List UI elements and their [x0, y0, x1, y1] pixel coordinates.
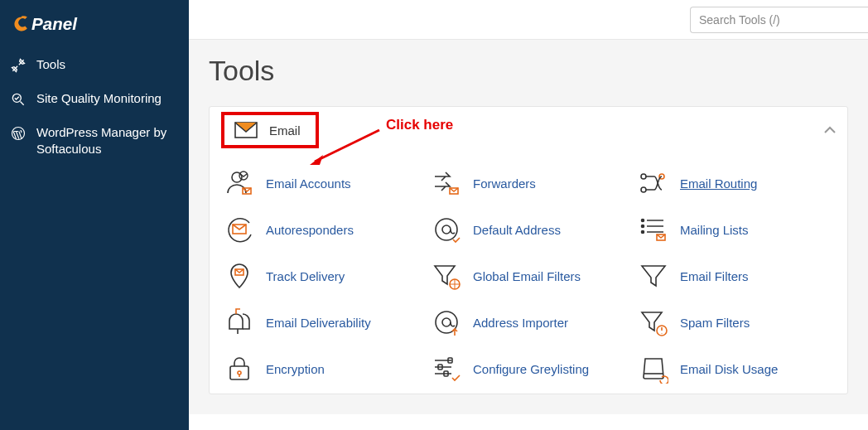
tool-label: Autoresponders [266, 223, 354, 237]
search-input[interactable] [690, 7, 868, 33]
envelope-icon [234, 122, 258, 138]
user-mail-icon [224, 168, 254, 198]
funnel-icon [639, 261, 668, 291]
svg-point-16 [642, 220, 644, 222]
sidebar-item-site-quality[interactable]: Site Quality Monitoring [0, 82, 189, 116]
at-import-icon [432, 307, 461, 337]
tool-email-filters[interactable]: Email Filters [639, 261, 846, 291]
tool-email-routing[interactable]: Email Routing [639, 168, 846, 198]
svg-line-4 [315, 130, 379, 162]
sidebar-item-wordpress[interactable]: WordPress Manager by Softaculous [0, 116, 189, 165]
svg-text:Panel: Panel [31, 14, 78, 33]
svg-point-23 [442, 318, 451, 326]
email-panel: Email Click here [209, 106, 848, 394]
page-title: Tools [209, 55, 848, 87]
mailbox-icon [224, 307, 254, 337]
tool-autoresponders[interactable]: Autoresponders [224, 215, 432, 244]
tool-label: Track Delivery [266, 269, 345, 283]
disk-usage-icon [639, 354, 668, 384]
pin-mail-icon [224, 261, 254, 291]
svg-rect-25 [230, 366, 248, 379]
annotation-click-here: Click here [386, 117, 453, 133]
tool-address-importer[interactable]: Address Importer [432, 307, 639, 337]
tool-label: Global Email Filters [473, 269, 581, 283]
svg-point-18 [642, 231, 644, 234]
tool-mailing-lists[interactable]: Mailing Lists [639, 215, 846, 244]
svg-point-14 [436, 219, 457, 240]
routing-icon [639, 168, 668, 198]
lock-icon [224, 354, 254, 384]
tool-label: Email Accounts [266, 176, 351, 191]
tool-label: Email Disk Usage [680, 362, 778, 376]
tool-spam-filters[interactable]: Spam Filters [639, 307, 846, 337]
tool-label: Spam Filters [680, 316, 750, 330]
sidebar-item-label: WordPress Manager by Softaculous [36, 124, 177, 157]
svg-point-15 [442, 225, 451, 234]
wordpress-icon [10, 125, 27, 142]
cpanel-logo-icon: Panel [12, 9, 111, 39]
tool-default-address[interactable]: Default Address [432, 215, 639, 244]
brand-logo[interactable]: Panel [0, 0, 189, 48]
svg-point-11 [641, 187, 646, 192]
tool-email-deliverability[interactable]: Email Deliverability [224, 307, 432, 337]
tool-email-disk-usage[interactable]: Email Disk Usage [639, 354, 846, 384]
tool-label: Email Deliverability [266, 316, 371, 330]
svg-point-17 [642, 225, 644, 228]
main-content: Tools Email [189, 0, 868, 430]
list-mail-icon [639, 215, 668, 244]
chevron-up-icon[interactable] [822, 123, 837, 138]
tool-label: Email Routing [680, 176, 757, 191]
svg-marker-5 [310, 155, 323, 165]
annotation-text: Click here [386, 117, 453, 133]
reply-mail-icon [224, 215, 254, 244]
sliders-check-icon [432, 354, 461, 384]
sidebar-item-label: Tools [36, 56, 177, 73]
search-wrap [690, 7, 868, 33]
tool-email-accounts[interactable]: Email Accounts [224, 168, 432, 198]
wrench-icon [10, 57, 27, 74]
funnel-warning-icon [639, 307, 668, 337]
sidebar-item-label: Site Quality Monitoring [36, 90, 177, 107]
tool-label: Encryption [266, 362, 325, 376]
tool-track-delivery[interactable]: Track Delivery [224, 261, 432, 291]
tool-configure-greylisting[interactable]: Configure Greylisting [432, 354, 639, 384]
sidebar-item-tools[interactable]: Tools [0, 48, 189, 82]
tool-encryption[interactable]: Encryption [224, 354, 432, 384]
magnifier-check-icon [10, 91, 27, 108]
tool-label: Mailing Lists [680, 223, 749, 237]
tool-label: Configure Greylisting [473, 362, 589, 376]
sidebar: Panel Tools Site Quality Monitorin [0, 0, 189, 430]
panel-title: Email [269, 123, 301, 138]
topbar [189, 0, 868, 40]
forward-arrows-icon [432, 168, 461, 198]
tool-global-email-filters[interactable]: Global Email Filters [432, 261, 639, 291]
svg-point-7 [239, 172, 248, 180]
tool-label: Address Importer [473, 316, 568, 330]
panel-header[interactable]: Email Click here [210, 107, 847, 153]
svg-point-10 [641, 174, 646, 179]
tool-label: Default Address [473, 223, 561, 237]
tool-grid: Email Accounts Forwarders [210, 153, 847, 384]
tool-label: Email Filters [680, 269, 749, 283]
arrow-icon [308, 127, 383, 167]
page-header: Tools [189, 40, 868, 106]
tool-forwarders[interactable]: Forwarders [432, 168, 639, 198]
funnel-globe-icon [432, 261, 461, 291]
svg-point-26 [238, 371, 241, 374]
panel-header-highlight: Email [221, 112, 319, 148]
tool-label: Forwarders [473, 176, 536, 191]
at-icon [432, 215, 461, 244]
